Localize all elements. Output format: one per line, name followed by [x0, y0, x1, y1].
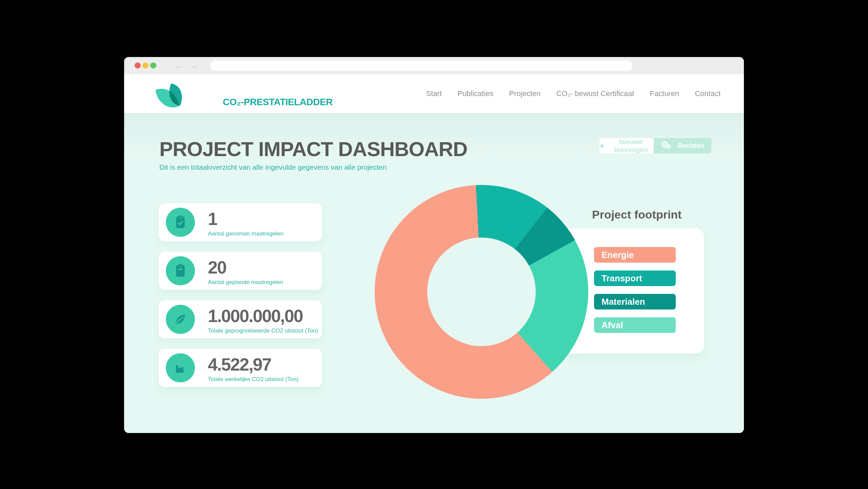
stat-label: Aantal genomen maatregelen [208, 230, 283, 237]
stat-label: Totale geprognotiseerde CO2 uitstoot (To… [208, 327, 318, 334]
clipboard-icon [166, 256, 195, 285]
browser-chrome-bar: ← → [124, 57, 744, 74]
nav-item-co-bewust-certificaat[interactable]: CO₂- bewust Certificaat [556, 89, 634, 98]
stat-card: 20Aantal geplande maatregelen [159, 252, 322, 290]
factory-icon [166, 353, 195, 382]
nav-item-projecten[interactable]: Projecten [509, 89, 541, 98]
minimize-window-button[interactable] [142, 62, 149, 69]
stat-label: Aantal geplande maatregelen [208, 279, 283, 286]
stat-card: 1Aantal genomen maatregelen [159, 203, 322, 241]
legend-chip-afval: Afval [594, 317, 676, 333]
close-window-button[interactable] [135, 62, 141, 69]
page-title: PROJECT IMPACT DASHBOARD [159, 137, 467, 161]
nav-item-start[interactable]: Start [426, 89, 442, 98]
legend-chip-transport: Transport [594, 270, 676, 286]
donut-chart [375, 185, 588, 399]
back-icon[interactable]: ← [175, 61, 184, 70]
rights-label: Rechten [678, 142, 705, 150]
site-navbar: CO₂-PRESTATIELADDER StartPublicatiesProj… [124, 74, 744, 113]
legend-title: Project footprint [592, 208, 682, 221]
stat-value: 1.000.000,00 [208, 306, 303, 326]
nav-item-facturen[interactable]: Facturen [650, 89, 679, 98]
stat-value: 1 [208, 209, 217, 229]
stat-label: Totale werkelijke CO2 uitstoot (Ton) [208, 376, 298, 383]
leaf-icon [166, 305, 195, 334]
nav-item-contact[interactable]: Contact [695, 89, 721, 98]
url-bar[interactable] [210, 60, 632, 71]
brand-name: CO₂-PRESTATIELADDER [223, 97, 333, 108]
zoom-window-button[interactable] [150, 62, 156, 69]
rights-button[interactable]: ⚙⚙ Rechten [654, 138, 711, 153]
nav-item-publicaties[interactable]: Publicaties [457, 89, 493, 98]
stat-value: 4.522,97 [208, 354, 271, 375]
clipboard-check-icon [166, 208, 195, 237]
legend-chip-energie: Energie [594, 247, 676, 263]
legend-chip-materialen: Materialen [594, 294, 676, 309]
forward-icon[interactable]: → [189, 61, 198, 70]
brand-logo[interactable]: CO₂-PRESTATIELADDER [158, 84, 222, 111]
header-actions: Nieuwe toevoegen ⚙⚙ Rechten [599, 138, 711, 153]
main-content: PROJECT IMPACT DASHBOARD Dit is een tota… [124, 113, 744, 433]
nav-links: StartPublicatiesProjectenCO₂- bewust Cer… [426, 74, 721, 113]
add-new-button[interactable]: Nieuwe toevoegen [599, 138, 654, 153]
gears-icon: ⚙⚙ [661, 141, 672, 151]
stat-card: 1.000.000,00Totale geprognotiseerde CO2 … [159, 300, 322, 338]
page-subtitle: Dit is een totaaloverzicht van alle inge… [159, 163, 387, 171]
plus-icon [599, 143, 605, 149]
stat-card: 4.522,97Totale werkelijke CO2 uitstoot (… [159, 349, 322, 387]
stat-value: 20 [208, 257, 226, 278]
add-new-label: Nieuwe toevoegen [608, 138, 654, 154]
browser-window: ← → CO₂-PRESTATIELADDER StartPublicaties… [124, 57, 744, 433]
donut-hole [427, 238, 536, 346]
